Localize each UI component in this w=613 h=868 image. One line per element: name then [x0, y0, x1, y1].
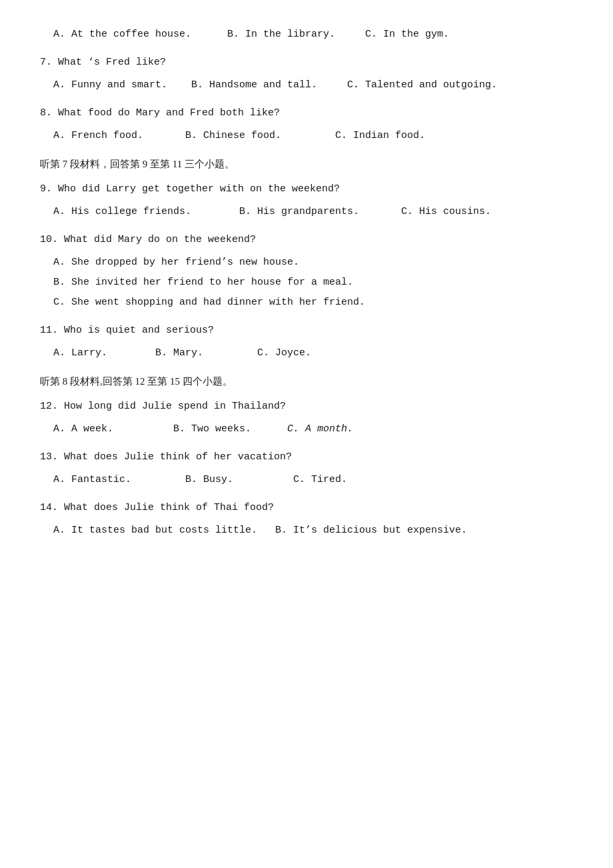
q12-option-c: C. A month.: [287, 423, 353, 435]
section8-header: 听第 8 段材料,回答第 12 至第 15 四个小题。: [40, 373, 573, 389]
q11-block: 11. Who is quiet and serious? A. Larry. …: [40, 323, 573, 361]
q13-block: 13. What does Julie think of her vacatio…: [40, 449, 573, 488]
q10-block: 10. What did Mary do on the weekend? A. …: [40, 232, 573, 311]
q9-block: 9. Who did Larry get together with on th…: [40, 181, 573, 220]
q10-option-a: A. She dropped by her friend’s new house…: [40, 255, 573, 271]
q10-text: 10. What did Mary do on the weekend?: [40, 232, 573, 248]
q12-block: 12. How long did Julie spend in Thailand…: [40, 399, 573, 437]
q8-options: A. French food. B. Chinese food. C. Indi…: [40, 128, 573, 144]
section7-header: 听第 7 段材料，回答第 9 至第 11 三个小题。: [40, 156, 573, 172]
q13-text: 13. What does Julie think of her vacatio…: [40, 449, 573, 465]
q12-options: A. A week. B. Two weeks. C. A month.: [40, 421, 573, 437]
q10-option-c: C. She went shopping and had dinner with…: [40, 295, 573, 311]
q7-block: 7. What ‘s Fred like? A. Funny and smart…: [40, 55, 573, 93]
q6-options: A. At the coffee house. B. In the librar…: [40, 27, 573, 43]
q14-block: 14. What does Julie think of Thai food? …: [40, 500, 573, 539]
q13-options: A. Fantastic. B. Busy. C. Tired.: [40, 472, 573, 488]
exam-content: A. At the coffee house. B. In the librar…: [40, 27, 573, 539]
q8-text: 8. What food do Mary and Fred both like?: [40, 105, 573, 121]
q10-option-b: B. She invited her friend to her house f…: [40, 275, 573, 291]
q12-text: 12. How long did Julie spend in Thailand…: [40, 399, 573, 415]
q6-options-block: A. At the coffee house. B. In the librar…: [40, 27, 573, 43]
q9-text: 9. Who did Larry get together with on th…: [40, 181, 573, 197]
q14-text: 14. What does Julie think of Thai food?: [40, 500, 573, 516]
q8-block: 8. What food do Mary and Fred both like?…: [40, 105, 573, 144]
q11-options: A. Larry. B. Mary. C. Joyce.: [40, 345, 573, 361]
q9-options: A. His college friends. B. His grandpare…: [40, 204, 573, 220]
q14-options: A. It tastes bad but costs little. B. It…: [40, 523, 573, 539]
q11-text: 11. Who is quiet and serious?: [40, 323, 573, 339]
q7-options: A. Funny and smart. B. Handsome and tall…: [40, 77, 573, 93]
q7-text: 7. What ‘s Fred like?: [40, 55, 573, 71]
